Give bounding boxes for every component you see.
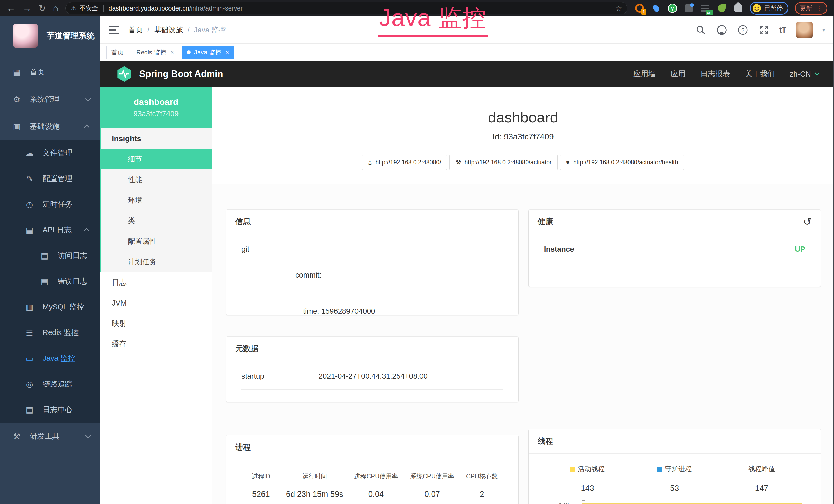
sidebar-item-access-log[interactable]: ▤ 访问日志 [0, 243, 100, 269]
instance-header[interactable]: dashboard 93a3fc7f7409 [100, 87, 212, 129]
extensions-row: 1 y on 已暂停 更新 ⋮ [635, 2, 827, 15]
hamburger-icon[interactable] [109, 26, 119, 35]
sidebar-item-caches[interactable]: 缓存 [100, 334, 212, 354]
sidebar-item-log-center[interactable]: ▤ 日志中心 [0, 397, 100, 422]
user-avatar[interactable] [796, 22, 813, 38]
insights-item-classes[interactable]: 类 [102, 210, 212, 231]
tag-redis[interactable]: Redis 监控 × [132, 46, 179, 59]
instance-health-row: Instance UP [544, 245, 806, 262]
sba-nav-wallboard[interactable]: 应用墙 [633, 69, 656, 79]
address-bar[interactable]: ⚠ 不安全 dashboard.yudao.iocoder.cn/infra/a… [66, 2, 628, 15]
extensions-puzzle-icon[interactable] [733, 3, 743, 13]
update-button[interactable]: 更新 ⋮ [795, 2, 827, 15]
cloud-upload-icon: ☁ [24, 148, 36, 158]
actuator-url-link[interactable]: ⚒ http://192.168.0.2:48080/actuator [449, 155, 557, 170]
sba-nav-applications[interactable]: 应用 [671, 69, 685, 79]
browser-back-icon[interactable]: ← [7, 4, 16, 13]
insights-section: Insights 细节 性能 环境 类 配置属性 计划任务 [100, 129, 212, 272]
search-icon[interactable] [695, 24, 706, 36]
font-size-icon[interactable]: tT [779, 26, 787, 35]
history-icon[interactable]: ↺ [803, 217, 811, 227]
legend-label: 线程峰值 [748, 464, 775, 474]
sidebar-item-label: 首页 [30, 67, 45, 77]
sba-body: dashboard 93a3fc7f7409 Insights 细节 性能 环境… [100, 87, 834, 504]
sidebar-item-file[interactable]: ☁ 文件管理 [0, 140, 100, 166]
sidebar-item-jvm[interactable]: JVM [100, 293, 212, 313]
service-url-link[interactable]: ⌂ http://192.168.0.2:48080/ [362, 155, 447, 170]
sidebar-item-dev-tools[interactable]: ⚒ 研发工具 [0, 422, 100, 450]
help-icon[interactable]: ? [737, 24, 748, 36]
sidebar-item-system[interactable]: ⚙ 系统管理 [0, 86, 100, 113]
right-column: 健康 ↺ Instance UP [529, 209, 821, 504]
profile-chip[interactable]: 已暂停 [750, 2, 788, 15]
git-info-row: git commit: time: 1596289704000 id: 27aa… [241, 245, 503, 315]
sidebar-item-redis[interactable]: ☰ Redis 监控 [0, 320, 100, 346]
sidebar-item-mappings[interactable]: 映射 [100, 313, 212, 334]
chevron-down-icon [85, 433, 91, 438]
header-actions: ? tT ▾ [695, 22, 825, 38]
extension-switch-icon[interactable]: on [700, 3, 710, 13]
insights-item-environment[interactable]: 环境 [102, 190, 212, 210]
process-col-uptime: 运行时间 6d 23h 15m 59s [281, 472, 349, 499]
emoji-avatar-icon [752, 4, 761, 13]
sidebar-item-trace[interactable]: ◎ 链路追踪 [0, 371, 100, 397]
tag-home[interactable]: 首页 [106, 46, 128, 59]
sidebar-item-job[interactable]: ◷ 定时任务 [0, 191, 100, 217]
browser-menu-icon[interactable]: ⋮ [816, 4, 822, 12]
user-caret-icon[interactable]: ▾ [822, 27, 825, 33]
browser-reload-icon[interactable]: ↻ [39, 4, 46, 13]
close-icon[interactable]: × [225, 49, 229, 56]
sidebar-item-label: 错误日志 [58, 276, 87, 287]
sidebar-item-error-log[interactable]: ▤ 错误日志 [0, 269, 100, 294]
browser-forward-icon[interactable]: → [23, 4, 31, 13]
bookmark-star-icon[interactable]: ☆ [615, 4, 622, 13]
sidebar-item-api-log[interactable]: ▤ API 日志 [0, 217, 100, 243]
threads-card-body: 活动线程 守护进程 线程峰值 [529, 454, 821, 504]
app-sidebar: 芋道管理系统 ▦ 首页 ⚙ 系统管理 ▣ 基础设施 ☁ 文件管理 [0, 17, 100, 504]
extension-grid-icon[interactable] [684, 3, 694, 13]
health-url-link[interactable]: ♥ http://192.168.0.2:48080/actuator/heal… [560, 155, 684, 170]
instance-links: ⌂ http://192.168.0.2:48080/ ⚒ http://192… [212, 155, 834, 170]
sidebar-item-java[interactable]: ▭ Java 监控 [0, 346, 100, 371]
spring-boot-admin-logo [116, 66, 133, 82]
metadata-card-header: 元数据 [226, 337, 518, 361]
svg-text:?: ? [741, 27, 744, 33]
close-icon[interactable]: × [170, 49, 174, 56]
insights-item-details[interactable]: 细节 [102, 149, 212, 169]
locale-label: zh-CN [790, 70, 811, 78]
extension-pin-icon[interactable] [651, 3, 661, 13]
sidebar-item-mysql[interactable]: ▥ MySQL 监控 [0, 294, 100, 320]
app-logo[interactable]: 芋道管理系统 [0, 17, 100, 55]
insights-item-scheduled-tasks[interactable]: 计划任务 [102, 252, 212, 272]
sba-nav-journal[interactable]: 日志报表 [700, 69, 730, 79]
live-threads-value: 143 [544, 484, 631, 493]
insights-item-config-props[interactable]: 配置属性 [102, 231, 212, 252]
fullscreen-icon[interactable] [758, 24, 770, 36]
extension-y-icon[interactable]: y [667, 3, 677, 13]
sidebar-item-infra[interactable]: ▣ 基础设施 [0, 113, 100, 140]
chevron-down-icon [814, 71, 820, 76]
process-value: 2 [461, 489, 503, 499]
breadcrumb-infra[interactable]: 基础设施 [148, 25, 183, 35]
extension-leaf-icon[interactable] [717, 3, 727, 13]
locale-dropdown[interactable]: zh-CN [790, 70, 818, 78]
github-icon[interactable] [716, 24, 727, 36]
window-scrollbar-edge[interactable] [833, 17, 834, 504]
extension-circle-icon[interactable]: 1 [635, 3, 644, 13]
breadcrumb-home[interactable]: 首页 [128, 25, 143, 35]
git-label: git [241, 245, 295, 315]
insights-item-metrics[interactable]: 性能 [102, 169, 212, 190]
security-label[interactable]: 不安全 [80, 4, 98, 12]
sidebar-item-logs[interactable]: 日志 [100, 272, 212, 293]
dashboard-icon: ▦ [11, 68, 23, 77]
sidebar-item-config[interactable]: ✎ 配置管理 [0, 166, 100, 191]
tag-java-active[interactable]: Java 监控 × [182, 46, 234, 59]
sba-nav-about[interactable]: 关于我们 [745, 69, 775, 79]
sidebar-item-label: Java 监控 [43, 353, 75, 364]
instance-name: dashboard [100, 97, 212, 107]
chevron-down-icon [85, 96, 91, 102]
instance-label: Instance [544, 245, 574, 253]
browser-home-icon[interactable]: ⌂ [53, 4, 59, 13]
sidebar-item-home[interactable]: ▦ 首页 [0, 59, 100, 86]
app-title: 芋道管理系统 [47, 30, 94, 41]
